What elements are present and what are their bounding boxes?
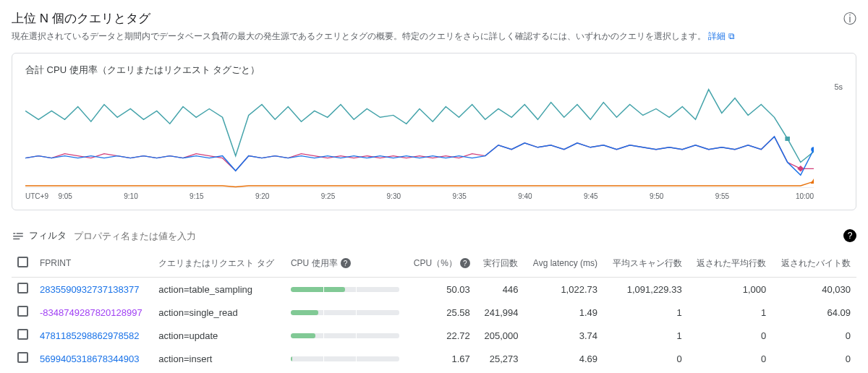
cell-latency: 3.74: [524, 324, 603, 347]
cell-tag: action=update: [153, 324, 285, 347]
cell-bytes: 0: [772, 347, 856, 370]
cell-latency: 4.69: [524, 347, 603, 370]
row-checkbox[interactable]: [17, 306, 28, 317]
chart-x-tick: 9:35: [452, 192, 518, 202]
cell-latency: 1.49: [524, 301, 603, 324]
cell-cpu-bar: [285, 301, 405, 324]
cell-tag: action=insert: [153, 347, 285, 370]
fprint-link[interactable]: -8348749287820128997: [40, 307, 142, 318]
chart-y-tick: 5s: [834, 82, 843, 91]
cell-cpu-pct: 22.72: [405, 324, 476, 347]
fprint-link[interactable]: 4781185298862978582: [40, 330, 139, 341]
chart-x-tick: 9:25: [321, 192, 387, 202]
page-header: 上位 N 個のクエリとタグ 現在選択されているデータと期間内でデータベース負荷の…: [12, 10, 856, 43]
svg-marker-4: [811, 179, 814, 184]
cell-cpu-bar: [285, 347, 405, 370]
chart-plot-area[interactable]: [25, 81, 814, 188]
cell-cpu-bar: [285, 278, 405, 301]
cell-tag: action=table_sampling: [153, 278, 285, 301]
help-icon[interactable]: ?: [843, 229, 856, 242]
chart-x-tick: 10:00: [781, 192, 814, 202]
table-row[interactable]: 4781185298862978582 action=update 22.72 …: [12, 324, 856, 347]
chart-x-tick: 9:45: [584, 192, 650, 202]
cell-returned: 1: [688, 301, 773, 324]
filter-input[interactable]: [74, 231, 838, 241]
fprint-link[interactable]: 5699405318678344903: [40, 353, 139, 364]
row-checkbox[interactable]: [17, 283, 28, 293]
chart-x-tick: 9:30: [387, 192, 453, 202]
cell-exec: 241,994: [476, 301, 524, 324]
query-table: FPRINT クエリまたはリクエスト タグ CPU 使用率? CPU（%）? 実…: [12, 249, 856, 370]
cell-bytes: 40,030: [772, 278, 856, 301]
chart-x-tick: 9:05: [58, 192, 124, 202]
row-checkbox[interactable]: [17, 352, 28, 363]
svg-rect-1: [785, 137, 790, 141]
cell-bytes: 64.09: [772, 301, 856, 324]
cell-tag: action=single_read: [153, 301, 285, 324]
col-bytes[interactable]: 返されたバイト数: [772, 249, 856, 278]
col-returned[interactable]: 返された平均行数: [688, 249, 773, 278]
filter-icon: [12, 229, 25, 242]
chart-x-tick: 9:40: [518, 192, 584, 202]
cell-scan: 0: [603, 347, 688, 370]
filter-label: フィルタ: [29, 229, 67, 242]
col-scan[interactable]: 平均スキャン行数: [603, 249, 688, 278]
page-title: 上位 N 個のクエリとタグ: [12, 10, 838, 27]
chart-x-tick: 9:15: [190, 192, 255, 202]
open-in-new-icon: ⧉: [728, 31, 735, 41]
cell-exec: 25,273: [476, 347, 524, 370]
chart-x-tick: 9:50: [650, 192, 715, 202]
cell-scan: 1,091,229.33: [603, 278, 688, 301]
fprint-link[interactable]: 2835590932737138377: [40, 284, 139, 295]
col-latency[interactable]: Avg latency (ms): [524, 249, 603, 278]
cell-bytes: 0: [772, 324, 856, 347]
details-link[interactable]: 詳細 ⧉: [708, 31, 734, 41]
col-cpu-pct[interactable]: CPU（%）?: [405, 249, 476, 278]
chart-card: 合計 CPU 使用率（クエリまたはリクエスト タグごと） 5s UTC+99:0…: [12, 53, 856, 210]
cell-scan: 1: [603, 324, 688, 347]
cell-cpu-pct: 50.03: [405, 278, 476, 301]
table-row[interactable]: 2835590932737138377 action=table_samplin…: [12, 278, 856, 301]
cell-cpu-pct: 25.58: [405, 301, 476, 324]
info-icon[interactable]: ⓘ: [843, 10, 856, 27]
filter-bar: フィルタ ?: [12, 226, 856, 245]
cell-exec: 205,000: [476, 324, 524, 347]
chart-x-tick: 9:55: [715, 192, 781, 202]
col-exec[interactable]: 実行回数: [476, 249, 524, 278]
chart-x-tick: 9:10: [124, 192, 190, 202]
page-subtitle: 現在選択されているデータと期間内でデータベース負荷の最大の発生源であるクエリとタ…: [12, 30, 838, 43]
chart-x-tick: UTC+9: [25, 192, 58, 202]
help-mini-icon[interactable]: ?: [341, 258, 351, 268]
col-cpu-usage[interactable]: CPU 使用率?: [285, 249, 405, 278]
cell-returned: 0: [688, 324, 773, 347]
table-row[interactable]: -8348749287820128997 action=single_read …: [12, 301, 856, 324]
svg-point-3: [811, 147, 814, 152]
cell-returned: 1,000: [688, 278, 773, 301]
col-fprint[interactable]: FPRINT: [34, 249, 153, 278]
table-row[interactable]: 5699405318678344903 action=insert 1.67 2…: [12, 347, 856, 370]
col-query-tag[interactable]: クエリまたはリクエスト タグ: [153, 249, 285, 278]
cell-exec: 446: [476, 278, 524, 301]
chart-x-tick: 9:20: [255, 192, 321, 202]
cell-returned: 0: [688, 347, 773, 370]
chart-title: 合計 CPU 使用率（クエリまたはリクエスト タグごと）: [25, 64, 843, 77]
help-mini-icon[interactable]: ?: [460, 258, 470, 268]
cell-scan: 1: [603, 301, 688, 324]
cell-cpu-bar: [285, 324, 405, 347]
cell-cpu-pct: 1.67: [405, 347, 476, 370]
row-checkbox[interactable]: [17, 329, 28, 340]
select-all-checkbox[interactable]: [17, 257, 28, 267]
chart-x-axis: UTC+99:059:109:159:209:259:309:359:409:4…: [25, 192, 814, 202]
cell-latency: 1,022.73: [524, 278, 603, 301]
